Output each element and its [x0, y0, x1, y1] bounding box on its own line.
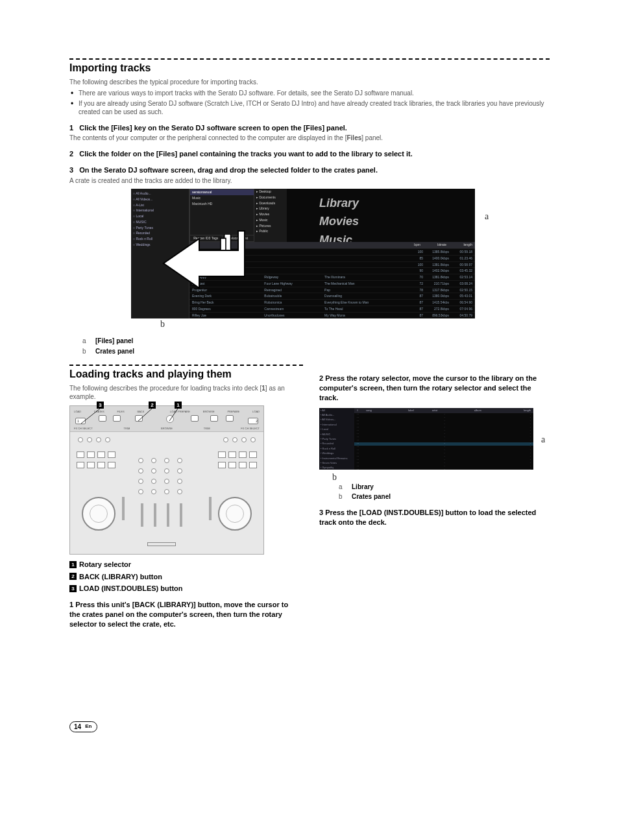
- heading-importing: Importing tracks: [69, 61, 550, 75]
- step-3: 3 On the Serato DJ software screen, drag…: [69, 165, 550, 175]
- step-text: Click the folder on the [Files] panel co…: [79, 150, 412, 158]
- num-box: 2: [69, 573, 77, 580]
- num-box: 3: [69, 585, 77, 592]
- divider: [69, 365, 303, 366]
- page-number-pill: 14 En: [69, 721, 97, 733]
- header-area: [287, 189, 475, 242]
- control-item: 3 LOAD (INST.DOUBLES) button: [69, 584, 300, 594]
- page-number: 14: [74, 723, 81, 732]
- bullet-list: There are various ways to import tracks …: [69, 89, 550, 117]
- page-footer: 14 En: [69, 721, 550, 733]
- step-text: On the Serato DJ software screen, drag a…: [79, 166, 378, 174]
- step-sub: A crate is created and the tracks are ad…: [69, 176, 550, 186]
- step-num: 3: [69, 166, 73, 174]
- callout-a: a: [541, 434, 545, 446]
- callout-1: 1: [175, 402, 182, 409]
- library-panel: # song label artist album length · ···· …: [354, 408, 533, 470]
- callout-a: a: [485, 211, 489, 223]
- intro-loading: The following describes the procedure fo…: [69, 384, 300, 402]
- legend-importing: a [Files] panel b Crates panel: [82, 337, 550, 355]
- callout-b: b: [160, 318, 165, 331]
- files-panel: seratomanual Music Macintosh HD Rescan I…: [189, 189, 254, 242]
- page-content: Importing tracks The following describes…: [69, 58, 550, 732]
- control-label: Rotary selector: [79, 560, 131, 570]
- heading-loading: Loading tracks and playing them: [69, 367, 300, 381]
- bullet-item: If you are already using Serato DJ softw…: [79, 99, 550, 117]
- loading-step-3: 3 Press the [LOAD (INST.DOUBLES)] button…: [319, 508, 550, 527]
- callout-2: 2: [149, 402, 156, 409]
- step-1: 1 Click the [Files] key on the Serato DJ…: [69, 123, 550, 133]
- left-column: Loading tracks and playing them The foll…: [69, 362, 300, 630]
- serato-screenshot: ○ All Audio...○ All Videos...○ A-List○ I…: [131, 189, 475, 318]
- legend-row: a Library: [339, 483, 550, 492]
- dj-controller-illustration: LOAD CRATES FILES BACK LOAD PREPARE BROW…: [69, 405, 264, 555]
- controller-figure: LOAD CRATES FILES BACK LOAD PREPARE BROW…: [69, 405, 300, 555]
- num-box: 1: [69, 561, 77, 568]
- crates-panel-mini: • All• All Audio...• All Videos...• Inte…: [319, 408, 354, 470]
- loading-step-2: 2 Press the rotary selector, move the cu…: [319, 374, 550, 403]
- control-item: 2 BACK (LIBRARY) button: [69, 572, 300, 582]
- legend-row: a [Files] panel: [82, 337, 550, 346]
- crates-sidebar: ○ All Audio...○ All Videos...○ A-List○ I…: [131, 189, 189, 318]
- right-column: 2 Press the rotary selector, move the cu…: [319, 362, 550, 528]
- step-2: 2 Click the folder on the [Files] panel …: [69, 149, 550, 159]
- screenshot-library: • All• All Audio...• All Videos...• Inte…: [319, 408, 550, 470]
- callout-3: 3: [97, 402, 104, 409]
- legend-library: a Library b Crates panel: [339, 483, 550, 501]
- control-item: 1 Rotary selector: [69, 560, 300, 570]
- bullet-item: There are various ways to import tracks …: [79, 89, 550, 98]
- step-text: Click the [Files] key on the Serato DJ s…: [79, 124, 347, 132]
- control-label: BACK (LIBRARY) button: [79, 572, 162, 582]
- step-num: 2: [69, 150, 73, 158]
- controls-legend: 1 Rotary selector 2 BACK (LIBRARY) butto…: [69, 560, 300, 594]
- page-lang: En: [85, 723, 91, 730]
- legend-row: b Crates panel: [339, 492, 550, 501]
- two-column: Loading tracks and playing them The foll…: [69, 362, 550, 630]
- track-table: song bpm bitrate length 1001385.8kbps00:…: [189, 242, 475, 318]
- callout-b: b: [332, 472, 337, 484]
- legend-row: b Crates panel: [82, 347, 550, 356]
- loading-step-1: 1 Press this unit's [BACK (LIBRARY)] but…: [69, 600, 300, 629]
- step-sub: The contents of your computer or the per…: [69, 134, 550, 143]
- step-num: 1: [69, 124, 73, 132]
- divider: [69, 58, 550, 60]
- folders-list: ▸ Desktop▸ Documents▸ Downloads▸ Library…: [254, 189, 287, 242]
- screenshot-importing: ○ All Audio...○ All Videos...○ A-List○ I…: [69, 189, 550, 331]
- intro-para: The following describes the typical proc…: [69, 78, 550, 87]
- control-label: LOAD (INST.DOUBLES) button: [79, 584, 182, 594]
- serato-library-screenshot: • All• All Audio...• All Videos...• Inte…: [319, 408, 533, 470]
